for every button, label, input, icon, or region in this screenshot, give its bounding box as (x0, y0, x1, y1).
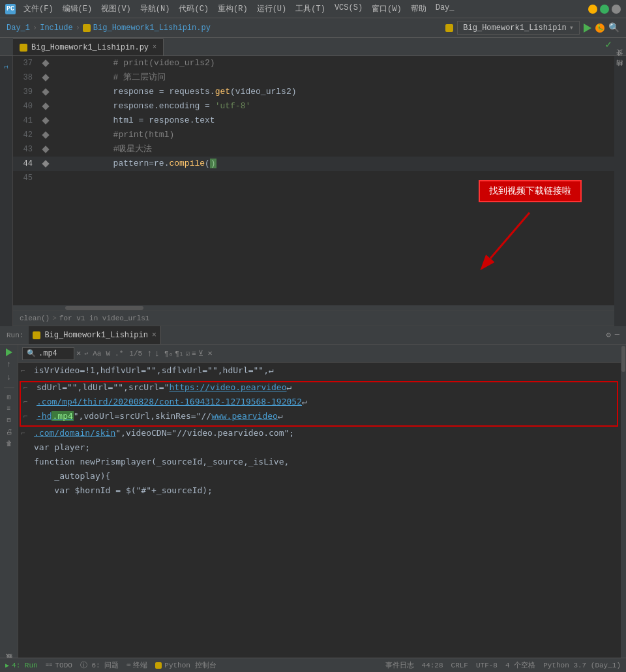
search-back-button[interactable]: ↩ (83, 348, 89, 359)
link3[interactable]: -hd.mp4 (37, 411, 74, 421)
search-box[interactable]: 🔍 .mp4 (22, 347, 74, 360)
run-tab[interactable]: Big_Homework1_Lishipin × (29, 326, 161, 344)
breakpoint-icon-39[interactable] (42, 88, 49, 95)
file-icon (83, 24, 91, 32)
menu-view[interactable]: 视图(V) (97, 2, 135, 16)
line-gutter-41 (39, 118, 52, 123)
debug-button[interactable]: 🐛 (595, 23, 604, 33)
format-btn3[interactable]: ☑ (185, 349, 190, 358)
sidebar-btn2[interactable]: ≡ (7, 405, 10, 412)
run-panel-scrollbar[interactable] (621, 344, 626, 658)
breakpoint-icon-42[interactable] (42, 131, 49, 138)
output-line-5: var player; (18, 442, 621, 457)
output-gutter-2: ⌐ (23, 397, 37, 406)
scroll-up-button[interactable]: ↑ (7, 360, 11, 369)
tab-close-button[interactable]: × (153, 44, 156, 51)
line-gutter-38 (39, 75, 52, 80)
encoding-label[interactable]: UTF-8 (476, 662, 498, 669)
line-separator[interactable]: CRLF (451, 662, 468, 669)
tab-bar: Big_Homework1_Lishipin.py × (0, 38, 626, 56)
cursor-position: 44:28 (422, 662, 443, 669)
menu-code[interactable]: 代码(C) (175, 2, 213, 16)
sidebar-btn1[interactable]: ⊞ (7, 393, 10, 401)
sidebar-btn3[interactable]: ⊟ (7, 416, 10, 424)
breakpoint-icon-37[interactable] (42, 59, 49, 67)
regex-button[interactable]: .* (113, 348, 125, 359)
line-gutter-44 (39, 161, 52, 166)
breakpoint-icon-40[interactable] (42, 102, 49, 110)
maximize-button[interactable] (600, 5, 609, 14)
menu-vcs[interactable]: VCS(S) (331, 2, 366, 16)
editor-tab[interactable]: Big_Homework1_Lishipin.py × (13, 38, 164, 55)
menu-refactor[interactable]: 重构(R) (214, 2, 252, 16)
format-btn1[interactable]: ¶ₐ (164, 349, 173, 358)
menu-run[interactable]: 运行(U) (253, 2, 291, 16)
indent-label[interactable]: 4 个空格 (505, 660, 535, 670)
code-line-39: 39 response = requests.get(video_urls2) (13, 85, 614, 99)
prev-match-button[interactable]: ↑ (147, 348, 152, 359)
code-editor[interactable]: 37 # print(video_urls2) 38 # 第二层访问 39 (13, 56, 614, 305)
menu-help[interactable]: 帮助 (407, 2, 430, 16)
menu-nav[interactable]: 导航(N) (136, 2, 174, 16)
menu-edit[interactable]: 编辑(E) (59, 2, 97, 16)
terminal-tab[interactable]: ⌨ 终端 (127, 660, 147, 670)
run-tab-label: Big_Homework1_Lishipin (44, 331, 147, 340)
run-settings-button[interactable]: ⚙ (606, 330, 611, 340)
match-case-button[interactable]: Aa (91, 348, 102, 359)
menu-file[interactable]: 文件(F) (20, 2, 57, 16)
breadcrumb-include[interactable]: Include (40, 23, 72, 33)
next-match-button[interactable]: ↓ (155, 348, 160, 359)
output-gutter-0: ⌐ (21, 365, 34, 375)
match-word-button[interactable]: W (104, 348, 112, 359)
breakpoint-icon-41[interactable] (42, 117, 49, 124)
editor-scrollbar[interactable] (13, 305, 614, 311)
breakpoint-icon-38[interactable] (42, 74, 49, 81)
code-line-41: 41 html = response.text (13, 114, 614, 128)
search-button[interactable]: 🔍 (608, 22, 619, 33)
event-log-button[interactable]: 事件日志 (385, 660, 414, 670)
menu-bar[interactable]: 文件(F) 编辑(E) 视图(V) 导航(N) 代码(C) 重构(R) 运行(U… (20, 2, 458, 16)
link4[interactable]: www.pearvideo (211, 411, 278, 421)
link1[interactable]: https://video.pearvideo (170, 382, 287, 392)
run-config-dropdown[interactable]: Big_Homework1_Lishipin ▾ (457, 21, 580, 35)
run-output: ⌐ isVrVideo=!1,hdflvUrl="",sdflvUrl="",h… (18, 363, 621, 658)
check-mark: ✓ (605, 38, 612, 51)
breadcrumb-sep2: › (76, 23, 80, 33)
right-panel-structure[interactable]: 文件 (614, 56, 626, 67)
breakpoint-icon-44[interactable] (42, 160, 49, 167)
sidebar-btn4[interactable]: 🖨 (6, 428, 12, 436)
link5[interactable]: .com/domain/skin (34, 428, 115, 438)
python-console-tab[interactable]: Python 控制台 (155, 660, 216, 670)
problems-tab[interactable]: ⓘ 6: 问题 (80, 660, 119, 670)
search-icon: 🔍 (27, 349, 36, 358)
scrollbar-thumb[interactable] (65, 306, 143, 310)
line-content-44: pattern=re.compile() (52, 157, 609, 171)
output-line-3: ⌐ -hd.mp4",vdoUrl=srcUrl,skinRes="//www.… (21, 411, 617, 425)
format-btn4[interactable]: ≡ (192, 350, 196, 358)
run-bottom-tab[interactable]: ▶ 4: Run (5, 662, 38, 669)
menu-window[interactable]: 窗口(W) (368, 2, 406, 16)
todo-tab[interactable]: ≡≡ TODO (46, 662, 72, 669)
clear-search-button[interactable]: ✕ (76, 348, 81, 358)
run-play-button[interactable] (584, 23, 591, 33)
app-icon: PC (5, 4, 16, 14)
run-scrollbar-thumb[interactable] (621, 346, 625, 372)
right-panel-file[interactable]: 结构 (614, 67, 626, 77)
filter-button[interactable]: ⊻ (198, 349, 203, 358)
breakpoint-icon-43[interactable] (42, 145, 49, 153)
link2[interactable]: .com/mp4/third/20200828/cont-1694312-127… (37, 397, 302, 406)
run-tab-close[interactable]: × (152, 331, 156, 340)
python-version-label[interactable]: Python 3.7 (Day_1) (543, 662, 621, 669)
minimize-button[interactable] (588, 5, 597, 14)
breadcrumb-day1[interactable]: Day_1 (7, 23, 30, 33)
close-search-button[interactable]: ✕ (208, 348, 213, 358)
menu-tools[interactable]: 工具(T) (291, 2, 329, 16)
format-btn2[interactable]: ¶₁ (175, 349, 183, 358)
breadcrumb-file[interactable]: Big_Homework1_Lishipin.py (93, 23, 211, 33)
close-button[interactable] (612, 5, 621, 14)
title-bar: PC 文件(F) 编辑(E) 视图(V) 导航(N) 代码(C) 重构(R) 运… (0, 0, 626, 18)
scroll-down-button[interactable]: ↓ (7, 373, 11, 382)
sidebar-btn5[interactable]: 🗑 (6, 440, 12, 448)
run-minimize-button[interactable]: — (615, 330, 619, 340)
run-play-icon[interactable] (6, 348, 12, 356)
